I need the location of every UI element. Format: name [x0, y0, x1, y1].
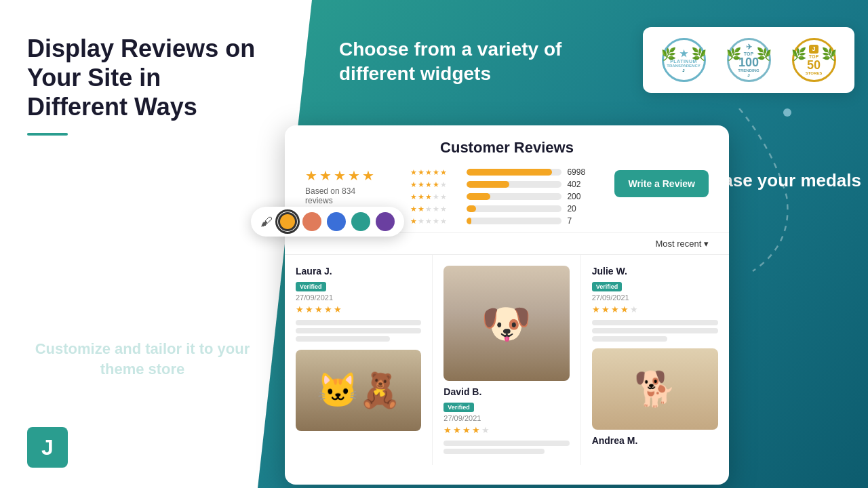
- based-on-text: Based on 834 reviews: [305, 186, 383, 205]
- verified-badge-laura: Verified: [296, 282, 326, 291]
- card-title: Customer Reviews: [305, 139, 709, 157]
- rating-bars: ★★★★★ 6998 ★★★★★ 402 ★★★★★: [410, 167, 587, 226]
- reviewer-name-julie: Julie W.: [592, 266, 718, 277]
- color-swatch-blue[interactable]: [327, 212, 346, 231]
- reviewer-name-andrea: Andrea M.: [592, 435, 718, 446]
- badge-platinum: ★ PLATINUM TRANSPARENCY J 🌿 🌿: [656, 38, 711, 82]
- write-review-button[interactable]: Write a Review: [614, 170, 709, 197]
- review-date-julie: 27/09/2021: [592, 293, 718, 302]
- brush-icon: 🖌: [260, 215, 273, 229]
- review-lines-julie: [592, 320, 718, 342]
- count-5: 6998: [567, 167, 587, 177]
- rating-row-2: ★★★★★ 20: [410, 204, 587, 214]
- badges-container: ★ PLATINUM TRANSPARENCY J 🌿 🌿 ✈ TOP 100 …: [643, 27, 854, 93]
- review-stars-laura: ★★★★★: [296, 304, 421, 314]
- choose-text-block: Choose from a variety ofdifferent widget…: [339, 37, 561, 87]
- count-4: 402: [567, 180, 587, 189]
- overall-rating: ★ ★ ★ ★ ★ Based on 834 reviews: [305, 167, 383, 205]
- verified-badge-david: Verified: [443, 403, 474, 412]
- review-lines-david: [443, 441, 569, 454]
- review-image-cat: 🐱🧸: [296, 350, 421, 431]
- review-lines-laura: [296, 320, 421, 342]
- dog2-image: 🐕: [592, 348, 718, 430]
- count-3: 200: [567, 192, 587, 201]
- reviewer-name-laura: Laura J.: [296, 266, 421, 277]
- customize-text: Customize and tailor it to your theme st…: [27, 339, 258, 381]
- count-1: 7: [567, 216, 587, 226]
- reviewer-name-david: David B.: [443, 386, 569, 397]
- count-2: 20: [567, 204, 587, 214]
- color-swatch-yellow[interactable]: [278, 212, 297, 231]
- review-date-laura: 27/09/2021: [296, 293, 421, 302]
- rating-row-1: ★★★★★ 7: [410, 216, 587, 226]
- review-col-1: Laura J. Verified 27/09/2021 ★★★★★ 🐱🧸: [285, 255, 433, 465]
- overall-stars: ★ ★ ★ ★ ★: [305, 167, 374, 184]
- choose-title: Choose from a variety ofdifferent widget…: [339, 37, 561, 87]
- review-date-david: 27/09/2021: [443, 414, 569, 422]
- j-logo-icon: J: [27, 427, 68, 468]
- review-stars-julie: ★★★★★: [592, 304, 718, 314]
- sort-icon: ▾: [704, 239, 709, 249]
- verified-badge-julie: Verified: [592, 282, 623, 291]
- color-swatch-orange[interactable]: [302, 212, 321, 231]
- color-swatch-teal[interactable]: [351, 212, 370, 231]
- review-stars-david: ★★★★★: [443, 425, 569, 435]
- review-image-dog2: 🐕: [592, 348, 718, 430]
- review-col-2: 🐶 David B. Verified 27/09/2021 ★★★★★: [433, 255, 580, 465]
- color-picker[interactable]: 🖌: [251, 207, 404, 237]
- review-col-3: Julie W. Verified 27/09/2021 ★★★★★ 🐕 And…: [581, 255, 729, 465]
- title-underline: [27, 133, 68, 136]
- color-swatch-purple[interactable]: [376, 212, 395, 231]
- dog-image: 🐶: [443, 266, 569, 381]
- cat-bear-image: 🐱🧸: [296, 350, 421, 431]
- widget-card: Customer Reviews ★ ★ ★ ★ ★ Based on 834 …: [285, 125, 729, 485]
- deco-dot-2: [783, 108, 791, 117]
- rating-row-3: ★★★★★ 200: [410, 192, 587, 201]
- dashed-path-right: [719, 108, 854, 278]
- rating-row-4: ★★★★★ 402: [410, 180, 587, 189]
- badge-top100: ✈ TOP 100 TRENDING J 🌿 🌿: [722, 38, 776, 82]
- reviews-grid: Laura J. Verified 27/09/2021 ★★★★★ 🐱🧸 🐶 …: [285, 255, 729, 465]
- badge-top50: J TOP 50 STORES 🌿 🌿: [787, 38, 841, 82]
- sort-label: Most recent: [655, 239, 701, 249]
- rating-row-5: ★★★★★ 6998: [410, 167, 587, 177]
